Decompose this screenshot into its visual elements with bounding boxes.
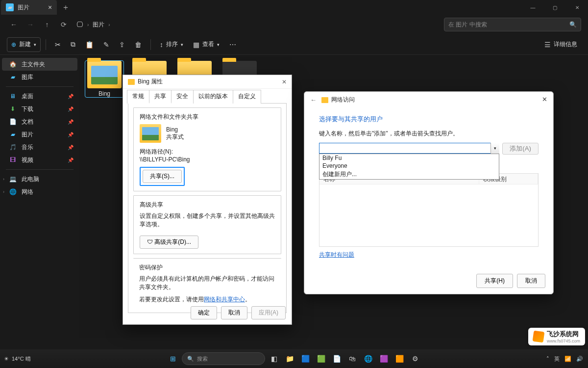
sidebar-item-label: 此电脑	[22, 175, 39, 184]
tab-general[interactable]: 常规	[127, 90, 149, 104]
new-tab-button[interactable]: ＋	[62, 2, 70, 13]
new-button[interactable]: ⊕ 新建 ▾	[7, 37, 41, 52]
tab-security[interactable]: 安全	[171, 90, 194, 104]
sidebar-item-network[interactable]: ›🌐网络	[2, 185, 77, 198]
pin-icon: 📌	[68, 132, 74, 137]
dialog-title: 网络访问	[331, 96, 355, 104]
network-center-link[interactable]: 网络和共享中心	[204, 296, 245, 303]
music-icon: 🎵	[9, 143, 17, 151]
tab-previous[interactable]: 以前的版本	[193, 90, 233, 104]
more-icon: ⋯	[229, 41, 236, 49]
folder-icon	[87, 61, 122, 88]
plus-icon: ⊕	[11, 41, 16, 48]
back-button[interactable]: ←	[310, 96, 317, 104]
back-button[interactable]: ←	[7, 18, 21, 31]
view-button[interactable]: ▦查看▾	[189, 37, 223, 52]
share-icon	[321, 97, 328, 103]
breadcrumb-pictures[interactable]: 图片	[93, 21, 104, 29]
sidebar-item-home[interactable]: 🏠主文件夹	[2, 58, 77, 71]
sidebar-item-library[interactable]: ▰图库	[2, 71, 77, 83]
taskbar-app[interactable]: 🛍	[345, 352, 359, 366]
paste-button[interactable]: 📋	[81, 37, 98, 52]
cancel-button[interactable]: 取消	[517, 274, 545, 288]
cancel-button[interactable]: 取消	[221, 306, 247, 319]
tray-chevron-icon[interactable]: ˄	[546, 356, 549, 362]
trouble-link[interactable]: 共享时有问题	[319, 251, 354, 258]
ok-button[interactable]: 确定	[191, 306, 217, 319]
tab-custom[interactable]: 自定义	[233, 90, 261, 104]
taskbar-app[interactable]: 📄	[330, 352, 343, 366]
share-button[interactable]: 共享(S)...	[143, 170, 182, 183]
weather-text: 14°C 晴	[12, 355, 31, 363]
task-view-button[interactable]: ◧	[267, 352, 281, 366]
folder-icon	[140, 124, 161, 143]
group-title: 网络文件和文件夹共享	[140, 113, 275, 121]
weather-icon[interactable]: ☀	[4, 356, 9, 362]
taskbar-app[interactable]: 🌐	[361, 352, 375, 366]
share-button[interactable]: ⇪	[115, 37, 129, 52]
dropdown-option[interactable]: 创建新用户...	[319, 170, 499, 179]
pc-icon: 💻	[9, 175, 17, 183]
wifi-icon[interactable]: 📶	[564, 356, 571, 362]
sidebar-item-downloads[interactable]: ⬇下载📌	[2, 103, 77, 115]
up-button[interactable]: ↑	[40, 18, 54, 31]
start-button[interactable]: ⊞	[166, 352, 180, 366]
taskbar-app[interactable]: 🟦	[298, 352, 312, 366]
add-button[interactable]: 添加(A)	[502, 143, 539, 155]
close-icon[interactable]: ✕	[542, 96, 547, 103]
ime-indicator[interactable]: 英	[554, 355, 560, 363]
chevron-down-icon[interactable]: ▾	[490, 143, 499, 154]
rename-button[interactable]: ✎	[99, 37, 113, 52]
tab-share[interactable]: 共享	[149, 90, 172, 104]
sidebar-item-documents[interactable]: 📄文档📌	[2, 115, 77, 128]
forward-button[interactable]: →	[24, 18, 37, 31]
sidebar-item-music[interactable]: 🎵音乐📌	[2, 141, 77, 154]
dropdown-option[interactable]: Everyone	[319, 162, 499, 170]
sidebar-item-pictures[interactable]: ▰图片📌	[2, 128, 77, 141]
folder-bing[interactable]: Bing	[85, 61, 123, 97]
refresh-button[interactable]: ⟳	[57, 18, 71, 31]
close-icon[interactable]: ✕	[282, 79, 287, 85]
details-icon: ☰	[544, 41, 551, 49]
dialog-titlebar[interactable]: Bing 属性 ✕	[123, 75, 292, 89]
group-password: 密码保护 用户必须具有此计算机的用户帐户和密码，才能访问共享文件夹。 若要更改此…	[133, 258, 281, 309]
more-button[interactable]: ⋯	[225, 37, 240, 52]
sidebar-item-videos[interactable]: 🎞视频📌	[2, 154, 77, 166]
user-input[interactable]	[319, 143, 499, 154]
tab-label: 图片	[18, 3, 29, 12]
minimize-button[interactable]: —	[522, 0, 544, 15]
address-bar: ← → ↑ ⟳ 🖵 › 图片 › 在 图片 中搜索 🔍	[0, 15, 588, 34]
breadcrumb[interactable]: 🖵 › 图片 ›	[76, 21, 110, 29]
details-label: 详细信息	[554, 40, 577, 49]
taskbar-search[interactable]: 🔍搜索	[182, 352, 265, 365]
folder-name: Bing	[166, 126, 184, 133]
user-combobox[interactable]: ▾ Billy Fu Everyone 创建新用户...	[319, 143, 499, 155]
taskbar-app[interactable]: 🟩	[314, 352, 328, 366]
dialog-properties: Bing 属性 ✕ 常规 共享 安全 以前的版本 自定义 网络文件和文件夹共享 …	[122, 75, 292, 325]
maximize-button[interactable]: ▢	[544, 0, 566, 15]
tabs: 常规 共享 安全 以前的版本 自定义	[123, 90, 292, 104]
sidebar-item-label: 文档	[22, 118, 33, 126]
sort-button[interactable]: ↕排序▾	[156, 37, 187, 52]
share-confirm-button[interactable]: 共享(H)	[476, 274, 513, 288]
taskbar-app[interactable]: 🟪	[377, 352, 391, 366]
sidebar-item-thispc[interactable]: ›💻此电脑	[2, 173, 77, 185]
apply-button[interactable]: 应用(A)	[251, 306, 286, 319]
details-button[interactable]: ☰详细信息	[540, 37, 581, 52]
taskbar-app[interactable]: 🟧	[392, 352, 406, 366]
advanced-share-button[interactable]: 🛡 高级共享(D)...	[140, 236, 198, 249]
dropdown-option[interactable]: Billy Fu	[319, 154, 499, 162]
search-input[interactable]: 在 图片 中搜索 🔍	[444, 18, 581, 31]
taskbar-app[interactable]: ⚙	[408, 352, 422, 366]
chevron-right-icon: ›	[3, 177, 4, 182]
sidebar-item-desktop[interactable]: 🖥桌面📌	[2, 90, 77, 103]
taskbar-app[interactable]: 📁	[283, 352, 296, 366]
delete-button[interactable]: 🗑	[131, 37, 146, 52]
volume-icon[interactable]: 🔊	[576, 356, 583, 362]
copy-button[interactable]: ⧉	[67, 37, 79, 52]
close-window-button[interactable]: ✕	[566, 0, 588, 15]
close-icon[interactable]: ×	[48, 3, 52, 11]
folder-label: Bing	[98, 90, 110, 97]
cut-button[interactable]: ✂	[51, 37, 65, 52]
tab-pictures[interactable]: ▰ 图片 ×	[1, 0, 57, 15]
